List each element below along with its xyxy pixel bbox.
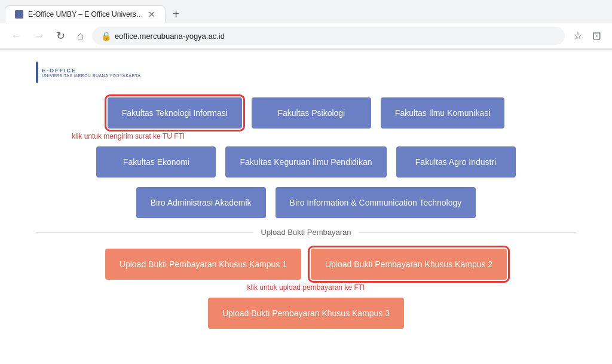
tab-favicon-icon [15, 10, 23, 19]
btn-fakultas-teknologi-informasi[interactable]: Fakultas Teknologi Informasi [108, 97, 242, 129]
hint-fti: klik untuk mengirim surat ke TU FTI [72, 132, 576, 140]
forward-button[interactable]: → [30, 27, 48, 45]
faculty-row-1: Fakultas Teknologi Informasi Fakultas Ps… [36, 97, 576, 129]
browser-chrome: E-Office UMBY – E Office Univers… ✕ + ← … [0, 0, 612, 50]
screenshot-button[interactable]: ⊡ [589, 27, 605, 45]
active-tab[interactable]: E-Office UMBY – E Office Univers… ✕ [5, 5, 166, 23]
biro-row: Biro Administrasi Akademik Biro Informat… [36, 187, 576, 218]
faculty-row-2: Fakultas Ekonomi Fakultas Keguruan Ilmu … [36, 146, 576, 178]
home-button[interactable]: ⌂ [74, 27, 87, 45]
logo-university-label: UNIVERSITAS MERCU BUANA YOGYAKARTA [42, 74, 140, 78]
logo-bar-decoration [36, 62, 38, 83]
lock-icon: 🔒 [101, 31, 111, 41]
btn-biro-administrasi[interactable]: Biro Administrasi Akademik [136, 187, 266, 218]
btn-fakultas-keguruan[interactable]: Fakultas Keguruan Ilmu Pendidikan [225, 146, 386, 178]
btn-fakultas-ilmu-komunikasi[interactable]: Fakultas Ilmu Komunikasi [381, 97, 505, 129]
address-text: eoffice.mercubuana-yogya.ac.id [115, 32, 225, 41]
divider-line-right [359, 232, 576, 233]
tab-label: E-Office UMBY – E Office Univers… [28, 10, 143, 19]
btn-fakultas-ekonomi[interactable]: Fakultas Ekonomi [96, 146, 216, 178]
btn-biro-ict[interactable]: Biro Information & Communication Technol… [276, 187, 476, 218]
btn-upload-kampus-1[interactable]: Upload Bukti Pembayaran Khusus Kampus 1 [105, 249, 301, 280]
logo-area: E-OFFICE UNIVERSITAS MERCU BUANA YOGYAKA… [36, 62, 576, 83]
upload-row-1: Upload Bukti Pembayaran Khusus Kampus 1 … [36, 249, 576, 280]
tab-bar: E-Office UMBY – E Office Univers… ✕ + [0, 0, 612, 23]
divider-line-left [36, 232, 253, 233]
btn-upload-kampus-2[interactable]: Upload Bukti Pembayaran Khusus Kampus 2 [311, 249, 507, 280]
reload-button[interactable]: ↻ [53, 27, 69, 45]
bookmark-button[interactable]: ☆ [570, 27, 586, 45]
page-content: E-OFFICE UNIVERSITAS MERCU BUANA YOGYAKA… [0, 50, 612, 364]
btn-fakultas-agro[interactable]: Fakultas Agro Industri [396, 146, 516, 178]
upload-row-2: Upload Bukti Pembayaran Khusus Kampus 3 [36, 298, 576, 329]
nav-right-controls: ☆ ⊡ [570, 27, 605, 45]
upload-divider: Upload Bukti Pembayaran [36, 228, 576, 237]
logo-text: E-OFFICE UNIVERSITAS MERCU BUANA YOGYAKA… [42, 68, 140, 78]
back-button[interactable]: ← [7, 27, 25, 45]
btn-upload-kampus-3[interactable]: Upload Bukti Pembayaran Khusus Kampus 3 [208, 298, 404, 329]
nav-bar: ← → ↻ ⌂ 🔒 eoffice.mercubuana-yogya.ac.id… [0, 23, 612, 49]
tab-close-button[interactable]: ✕ [148, 10, 155, 19]
upload-section-label: Upload Bukti Pembayaran [261, 228, 351, 237]
address-bar[interactable]: 🔒 eoffice.mercubuana-yogya.ac.id [92, 27, 565, 45]
btn-fakultas-psikologi[interactable]: Fakultas Psikologi [252, 97, 371, 129]
logo-icon: E-OFFICE UNIVERSITAS MERCU BUANA YOGYAKA… [36, 62, 140, 83]
new-tab-button[interactable]: + [168, 5, 185, 23]
logo-eoffice-label: E-OFFICE [42, 68, 140, 74]
hint-upload: klik untuk upload pembayaran ke FTI [36, 283, 576, 292]
